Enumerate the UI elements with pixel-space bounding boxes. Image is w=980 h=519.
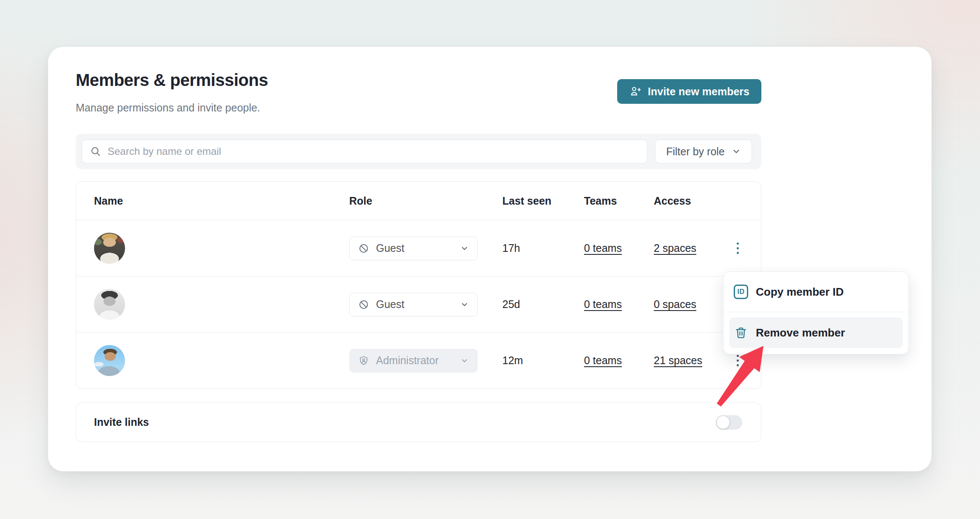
member-avatar xyxy=(94,233,125,264)
column-header-role: Role xyxy=(349,195,502,207)
page-subtitle: Manage permissions and invite people. xyxy=(76,102,268,114)
menu-item-remove-member[interactable]: Remove member xyxy=(729,317,903,348)
role-dropdown-disabled: Administrator xyxy=(349,349,478,373)
invite-links-toggle[interactable] xyxy=(716,415,742,430)
id-badge-icon: ID xyxy=(734,285,748,299)
column-header-name: Name xyxy=(94,195,349,207)
row-actions-kebab-menu[interactable] xyxy=(730,239,745,257)
filter-by-role-dropdown[interactable]: Filter by role xyxy=(655,140,752,163)
role-dropdown[interactable]: Guest xyxy=(349,237,478,260)
access-link[interactable]: 2 spaces xyxy=(654,242,696,254)
ban-icon xyxy=(358,243,369,254)
column-header-access: Access xyxy=(654,195,730,207)
invite-links-label: Invite links xyxy=(94,416,149,428)
teams-link[interactable]: 0 teams xyxy=(584,298,622,310)
members-permissions-page: { "page": { "title": "Members & permissi… xyxy=(0,0,980,519)
shield-person-icon xyxy=(358,355,369,366)
table-row: Guest 17h 0 teams 2 spaces xyxy=(76,220,761,276)
column-header-teams: Teams xyxy=(584,195,654,207)
toggle-knob xyxy=(717,416,729,429)
menu-item-label: Remove member xyxy=(756,326,845,339)
table-row: Administrator 12m 0 teams 21 spaces xyxy=(76,332,761,388)
chevron-down-icon xyxy=(460,356,469,365)
role-value: Guest xyxy=(376,242,405,254)
user-plus-icon xyxy=(629,85,642,98)
access-link[interactable]: 21 spaces xyxy=(654,354,702,366)
role-dropdown[interactable]: Guest xyxy=(349,293,478,317)
page-title: Members & permissions xyxy=(76,71,268,90)
ban-icon xyxy=(358,299,369,310)
menu-item-label: Copy member ID xyxy=(756,285,844,299)
role-value: Guest xyxy=(376,298,405,311)
invite-button-label: Invite new members xyxy=(648,86,749,98)
table-row: Guest 25d 0 teams 0 spaces xyxy=(76,276,761,332)
member-avatar xyxy=(94,345,125,376)
column-header-last-seen: Last seen xyxy=(502,195,584,207)
last-seen-value: 17h xyxy=(502,242,584,254)
card-header: Members & permissions Manage permissions… xyxy=(76,71,761,114)
search-icon xyxy=(90,145,102,157)
chevron-down-icon xyxy=(460,244,469,253)
last-seen-value: 25d xyxy=(502,298,584,311)
search-toolbar: Filter by role xyxy=(76,134,761,169)
members-table: Name Role Last seen Teams Access Guest xyxy=(76,181,761,389)
title-block: Members & permissions Manage permissions… xyxy=(76,71,268,114)
teams-link[interactable]: 0 teams xyxy=(584,354,622,366)
member-context-menu: ID Copy member ID Remove member xyxy=(723,271,909,354)
chevron-down-icon xyxy=(460,300,469,309)
member-avatar xyxy=(94,289,125,320)
settings-card: Members & permissions Manage permissions… xyxy=(48,47,932,471)
chevron-down-icon xyxy=(732,147,741,156)
menu-item-copy-member-id[interactable]: ID Copy member ID xyxy=(724,272,909,312)
filter-label: Filter by role xyxy=(666,145,725,158)
table-header-row: Name Role Last seen Teams Access xyxy=(76,182,761,220)
search-input[interactable] xyxy=(108,145,639,157)
last-seen-value: 12m xyxy=(502,354,584,367)
search-box[interactable] xyxy=(82,140,647,163)
trash-icon xyxy=(734,325,748,340)
menu-divider xyxy=(724,312,909,312)
invite-links-card: Invite links xyxy=(76,402,761,442)
access-link[interactable]: 0 spaces xyxy=(654,298,696,310)
role-value: Administrator xyxy=(376,354,439,367)
teams-link[interactable]: 0 teams xyxy=(584,242,622,254)
invite-new-members-button[interactable]: Invite new members xyxy=(617,79,761,104)
